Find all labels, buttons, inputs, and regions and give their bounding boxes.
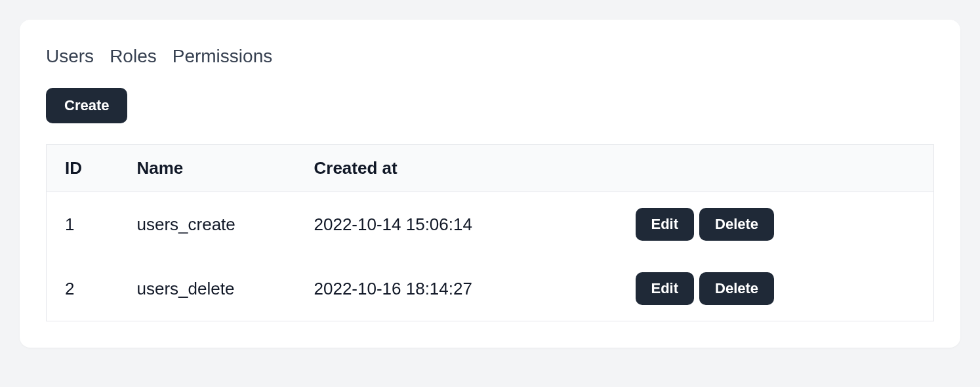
tab-users[interactable]: Users xyxy=(46,46,94,67)
cell-actions: Edit Delete xyxy=(617,256,934,321)
edit-button[interactable]: Edit xyxy=(636,208,695,241)
delete-button[interactable]: Delete xyxy=(699,208,774,241)
table-header-row: ID Name Created at xyxy=(47,145,934,192)
header-created-at: Created at xyxy=(296,145,617,192)
tab-roles[interactable]: Roles xyxy=(110,46,157,67)
cell-name: users_create xyxy=(119,192,296,257)
tab-permissions[interactable]: Permissions xyxy=(173,46,272,67)
cell-id: 2 xyxy=(47,256,119,321)
cell-actions: Edit Delete xyxy=(617,192,934,257)
edit-button[interactable]: Edit xyxy=(636,272,695,305)
header-name: Name xyxy=(119,145,296,192)
cell-name: users_delete xyxy=(119,256,296,321)
header-actions xyxy=(617,145,934,192)
cell-id: 1 xyxy=(47,192,119,257)
table-row: 2 users_delete 2022-10-16 18:14:27 Edit … xyxy=(47,256,934,321)
delete-button[interactable]: Delete xyxy=(699,272,774,305)
permissions-panel: Users Roles Permissions Create ID Name C… xyxy=(20,20,960,348)
header-id: ID xyxy=(47,145,119,192)
create-button[interactable]: Create xyxy=(46,88,127,123)
nav-tabs: Users Roles Permissions xyxy=(46,46,934,67)
cell-created-at: 2022-10-14 15:06:14 xyxy=(296,192,617,257)
cell-created-at: 2022-10-16 18:14:27 xyxy=(296,256,617,321)
permissions-table: ID Name Created at 1 users_create 2022-1… xyxy=(46,144,934,321)
table-row: 1 users_create 2022-10-14 15:06:14 Edit … xyxy=(47,192,934,257)
